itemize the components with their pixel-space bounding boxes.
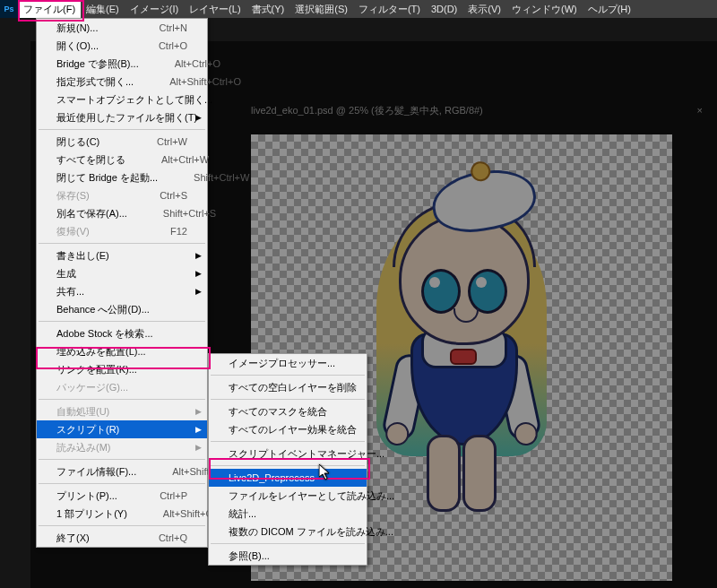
menubar-item-10[interactable]: ヘルプ(H) [583,0,636,18]
file-menu-item-label: 生成 [56,267,187,281]
file-menu-item-30[interactable]: プリント(P)...Ctrl+P [37,487,207,505]
script-menu-separator [211,441,365,442]
file-menu-item-9[interactable]: 閉じて Bridge を起動...Shift+Ctrl+W [37,169,207,186]
file-menu-item-26: 読み込み(M)▶ [37,438,207,456]
script-menu-item-label: すべてのレイヤー効果を統合 [229,423,393,437]
file-menu-item-label: 埋め込みを配置(L)... [56,345,187,359]
menubar-item-9[interactable]: ウィンドウ(W) [506,0,583,18]
file-menu-item-17[interactable]: Behance へ公開(D)... [37,300,207,318]
file-menu-item-shortcut: Shift+Ctrl+S [163,208,216,219]
file-menu-item-label: すべてを閉じる [56,153,161,167]
file-menu-item-label: 共有... [56,285,187,298]
file-menu-separator [39,399,205,400]
file-menu-item-4[interactable]: スマートオブジェクトとして開く... [37,91,207,108]
script-menu-item-0[interactable]: イメージプロセッサー... [209,354,367,372]
file-menu-item-1[interactable]: 開く(O)...Ctrl+O [37,37,207,55]
file-menu-separator [39,243,205,244]
menubar-item-2[interactable]: イメージ(I) [125,0,184,18]
script-menu-item-label: 統計... [229,507,347,521]
file-menu-item-label: 閉じて Bridge を起動... [56,171,194,185]
file-menu-item-label: 別名で保存(A)... [56,207,163,220]
file-menu-item-7[interactable]: 閉じる(C)Ctrl+W [37,133,207,151]
file-menu-item-label: 自動処理(U) [56,405,187,419]
file-menu-separator [39,129,205,130]
file-menu-item-25[interactable]: スクリプト(R)▶ [37,420,207,438]
file-menu-item-19[interactable]: Adobe Stock を検索... [37,324,207,342]
close-icon[interactable]: × [697,105,703,116]
file-menu-item-0[interactable]: 新規(N)...Ctrl+N [37,19,207,37]
file-menu-item-5[interactable]: 最近使用したファイルを開く(T)▶ [37,108,207,126]
script-menu-item-4[interactable]: すべてのマスクを統合 [209,402,367,420]
file-menu-item-31[interactable]: 1 部プリント(Y)Alt+Shift+Ctrl+P [37,505,207,523]
script-menu-item-2[interactable]: すべての空白レイヤーを削除 [209,378,367,396]
file-menu-item-11[interactable]: 別名で保存(A)...Shift+Ctrl+S [37,204,207,222]
file-menu-item-8[interactable]: すべてを閉じるAlt+Ctrl+W [37,151,207,169]
file-menu-item-33[interactable]: 終了(X)Ctrl+Q [37,529,207,547]
file-menu-item-shortcut: Alt+Ctrl+O [175,58,220,69]
script-menu-separator [211,465,365,466]
script-menu-item-11[interactable]: 統計... [209,505,367,523]
file-menu-item-20[interactable]: 埋め込みを配置(L)... [37,342,207,360]
script-menu-item-5[interactable]: すべてのレイヤー効果を統合 [209,420,367,438]
script-menu-item-14[interactable]: 参照(B)... [209,547,367,565]
menu-bar: Ps ファイル(F)編集(E)イメージ(I)レイヤー(L)書式(Y)選択範囲(S… [0,0,717,18]
menubar-item-4[interactable]: 書式(Y) [246,0,290,18]
file-menu-item-label: パッケージ(G)... [56,381,187,394]
script-menu-item-label: 複数の DICOM ファイルを読み込み... [229,525,429,539]
menubar-item-7[interactable]: 3D(D) [426,0,462,18]
file-menu-item-label: 復帰(V) [56,225,170,238]
file-menu-item-shortcut: Ctrl+P [160,490,187,501]
file-menu-item-shortcut: Ctrl+S [160,190,187,201]
menubar-item-3[interactable]: レイヤー(L) [184,0,246,18]
file-menu-item-shortcut: F12 [170,226,187,237]
file-menu-item-label: 閉じる(C) [56,135,157,149]
app-logo: Ps [0,0,18,18]
file-menu-item-21[interactable]: リンクを配置(K)... [37,360,207,378]
file-menu-item-label: 1 部プリント(Y) [56,507,163,521]
file-menu-item-label: Bridge で参照(B)... [56,57,175,71]
menubar-item-6[interactable]: フィルター(T) [353,0,426,18]
file-menu-item-3[interactable]: 指定形式で開く...Alt+Shift+Ctrl+O [37,73,207,91]
file-menu-item-label: 開く(O)... [56,39,159,53]
menubar-item-5[interactable]: 選択範囲(S) [289,0,353,18]
file-menu-item-28[interactable]: ファイル情報(F)...Alt+Shift+Ctrl+I [37,463,207,480]
file-menu-separator [39,459,205,460]
file-menu-item-16[interactable]: 共有...▶ [37,282,207,300]
file-menu-item-2[interactable]: Bridge で参照(B)...Alt+Ctrl+O [37,55,207,73]
script-menu-item-9[interactable]: Live2D_Preprocess [209,469,367,487]
script-menu-separator [211,399,365,400]
script-menu-item-10[interactable]: ファイルをレイヤーとして読み込み... [209,487,367,505]
file-menu-item-label: 新規(N)... [56,22,160,35]
file-menu-item-label: 最近使用したファイルを開く(T) [56,111,233,125]
file-menu-item-14[interactable]: 書き出し(E)▶ [37,246,207,264]
file-menu-item-label: 読み込み(M) [56,441,187,454]
file-menu-item-shortcut: Alt+Shift+Ctrl+O [169,76,241,87]
file-menu-item-15[interactable]: 生成▶ [37,264,207,282]
script-menu-item-label: すべての空白レイヤーを削除 [229,381,393,394]
chevron-right-icon: ▶ [195,287,202,296]
file-menu-separator [39,321,205,322]
file-menu-item-shortcut: Ctrl+Q [159,532,187,543]
script-menu-item-12[interactable]: 複数の DICOM ファイルを読み込み... [209,523,367,540]
file-menu-item-24: 自動処理(U)▶ [37,402,207,420]
chevron-right-icon: ▶ [195,443,202,452]
script-submenu: イメージプロセッサー...すべての空白レイヤーを削除すべてのマスクを統合すべての… [208,353,367,566]
file-menu-item-label: 保存(S) [56,189,160,203]
menubar-item-1[interactable]: 編集(E) [81,0,125,18]
file-menu-item-label: Adobe Stock を検索... [56,327,189,341]
file-menu-item-shortcut: Alt+Ctrl+W [161,154,209,165]
menubar-item-8[interactable]: 表示(V) [462,0,506,18]
script-menu-item-7[interactable]: スクリプトイベントマネージャー... [209,445,367,463]
menubar-item-0[interactable]: ファイル(F) [18,0,81,18]
tool-bar [0,41,30,588]
file-menu-item-label: ファイル情報(F)... [56,465,172,479]
document-tab[interactable]: live2d_eko_01.psd @ 25% (後ろ髪_奥中央, RGB/8#… [251,100,710,120]
file-menu-item-label: リンクを配置(K)... [56,363,187,376]
file-menu-item-label: 終了(X) [56,532,159,545]
file-menu-item-label: 書き出し(E) [56,249,187,263]
chevron-right-icon: ▶ [195,269,202,278]
file-menu-item-label: プリント(P)... [56,489,160,503]
script-menu-separator [211,375,365,376]
file-menu-separator [39,483,205,484]
script-menu-item-label: ファイルをレイヤーとして読み込み... [229,489,430,503]
